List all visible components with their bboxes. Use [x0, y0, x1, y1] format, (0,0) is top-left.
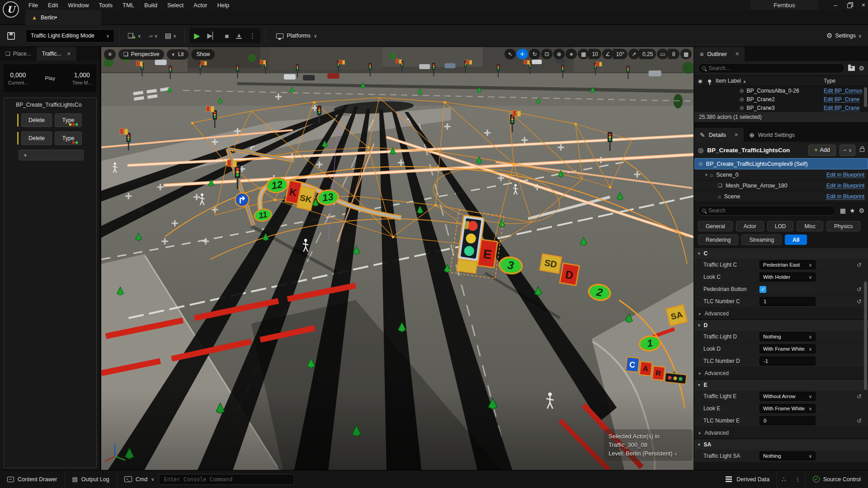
add-actor-button[interactable]: ❏+∨ — [127, 31, 141, 41]
grid-snap-toggle[interactable]: ▦ — [578, 49, 589, 59]
scale-tool[interactable]: ⊡ — [541, 49, 552, 59]
menu-item-help[interactable]: Help — [212, 0, 234, 10]
rotation-snap-toggle[interactable]: ∠ — [602, 49, 613, 59]
add-entry-button[interactable]: + — [19, 150, 84, 160]
close-icon[interactable]: ✕ — [66, 51, 71, 57]
type-button[interactable]: Type — [55, 131, 82, 145]
tlc-number-d-input[interactable]: -1 — [760, 357, 816, 366]
filter-rendering[interactable]: Rendering — [698, 235, 738, 245]
component-row-scene0[interactable]: ▾ ⌂ Scene_0 Edit in Blueprint — [694, 169, 868, 180]
blueprint-options-dropdown[interactable]: ∙▫∨ — [840, 145, 855, 156]
type-button[interactable]: Type — [55, 113, 82, 127]
reset-to-default-icon[interactable]: ↺ — [857, 262, 862, 268]
blueprints-button[interactable]: ∙▫∨ — [148, 32, 158, 40]
current-time-value[interactable]: 0,000 — [8, 71, 28, 79]
edit-bp-link[interactable]: Edit BP_Cornus — [824, 88, 862, 94]
delete-button[interactable]: Delete — [21, 113, 52, 127]
visibility-eye-icon[interactable]: ◉ — [694, 78, 706, 84]
lock-icon[interactable] — [860, 148, 864, 152]
grid-snap-value[interactable]: 10 — [589, 49, 601, 59]
advanced-expander[interactable]: ▸Advanced — [694, 367, 868, 379]
reset-to-default-icon[interactable]: ↺ — [857, 418, 862, 424]
menu-item-select[interactable]: Select — [162, 0, 189, 10]
section-header-c[interactable]: ▾C — [694, 248, 868, 259]
filter-physics[interactable]: Physics — [826, 221, 860, 231]
outliner-scrollbar[interactable] — [864, 87, 867, 107]
add-component-button[interactable]: + Add — [808, 145, 836, 156]
camera-speed-icon[interactable]: ▭ — [657, 49, 668, 59]
status-kebab-menu[interactable]: ⋮ — [790, 470, 805, 488]
tab-berlin-level[interactable]: ▲ Berlin• — [25, 10, 101, 25]
level-indicator[interactable]: Level: Berlin (Persistent) ∨ — [609, 449, 688, 458]
pin-icon[interactable] — [708, 80, 711, 83]
filter-general[interactable]: General — [698, 221, 733, 231]
select-tool[interactable]: ↖ — [505, 49, 516, 59]
tab-place-actors[interactable]: ❏ Place... — [0, 47, 37, 61]
eject-button[interactable]: ▲ — [236, 33, 242, 39]
filter-streaming[interactable]: Streaming — [741, 235, 782, 245]
outliner-row[interactable]: ◎ BP_Crane3 Edit BP_Crane — [694, 103, 868, 112]
play-options-kebab-icon[interactable]: ⋮ — [249, 32, 256, 40]
play-button[interactable]: ▶ — [194, 31, 200, 41]
section-header-sa[interactable]: ▾SA — [694, 439, 868, 450]
scale-snap-toggle[interactable]: ↗ — [628, 49, 640, 59]
reset-to-default-icon[interactable]: ↺ — [857, 393, 862, 400]
new-folder-icon[interactable] — [848, 66, 855, 71]
col-item-label[interactable]: Item Label ▲ — [716, 78, 746, 84]
component-row-self[interactable]: ◎ BP_Create_TrafficLightsComplex9 (Self) — [694, 158, 868, 169]
menu-item-actor[interactable]: Actor — [189, 0, 212, 10]
restore-button[interactable] — [847, 4, 852, 8]
filter-actor[interactable]: Actor — [736, 221, 764, 231]
advanced-expander[interactable]: ▸Advanced — [694, 427, 868, 439]
time-multiplier-value[interactable]: 1,000 — [72, 71, 92, 79]
surface-snap-toggle[interactable]: ∗ — [566, 49, 577, 59]
pedestrian-button-checkbox[interactable]: ✓ — [760, 286, 766, 293]
traffic-light-c-dropdown[interactable]: Pedestrian East∨ — [760, 260, 816, 269]
tab-traffic[interactable]: Traffic... ✕ — [37, 47, 76, 61]
close-icon[interactable]: ✕ — [735, 51, 739, 57]
outliner-settings-gear-icon[interactable]: ⚙ — [859, 65, 864, 72]
platforms-dropdown[interactable]: Platforms ∨ — [276, 33, 317, 39]
derived-data-button[interactable]: Derived Data — [717, 470, 777, 488]
edit-in-blueprint-link[interactable]: Edit in Blueprint — [826, 193, 864, 200]
traffic-light-d-dropdown[interactable]: Nothing∨ — [760, 332, 816, 341]
reset-to-default-icon[interactable]: ↺ — [857, 286, 862, 293]
output-log-button[interactable]: ▤ Output Log — [65, 470, 117, 488]
maximize-viewport-icon[interactable]: ▦ — [680, 49, 692, 59]
favorites-star-icon[interactable]: ★ — [849, 207, 855, 214]
edit-bp-link[interactable]: Edit BP_Crane — [824, 105, 859, 111]
world-local-toggle[interactable]: ⊕ — [553, 49, 565, 59]
close-icon[interactable]: ✕ — [734, 132, 738, 138]
insights-button[interactable]: ∴ — [777, 470, 790, 488]
component-row-scene[interactable]: ⌂ Scene Edit in Blueprint — [694, 191, 868, 202]
tab-details[interactable]: ✎ Details ✕ — [694, 128, 744, 142]
show-dropdown[interactable]: Show — [191, 49, 215, 60]
editor-mode-dropdown[interactable]: Traffic Light Editing Mode ∨ — [26, 29, 114, 42]
expander-icon[interactable]: ▾ — [705, 173, 708, 177]
col-type[interactable]: Type — [824, 78, 868, 84]
frame-skip-button[interactable]: ▶▏ — [207, 32, 217, 40]
details-search-input[interactable] — [698, 206, 836, 216]
cmd-dropdown[interactable]: >_ Cmd ∨ — [117, 470, 156, 488]
traffic-light-e-dropdown[interactable]: Without Arrow∨ — [760, 392, 816, 401]
content-drawer-button[interactable]: Content Drawer — [0, 470, 65, 488]
menu-item-build[interactable]: Build — [139, 0, 162, 10]
outliner-row[interactable]: ◎ BP_Crane2 Edit BP_Crane — [694, 95, 868, 103]
camera-speed-value[interactable]: 8 — [668, 49, 679, 59]
stop-button[interactable]: ■ — [225, 32, 229, 40]
edit-in-blueprint-link[interactable]: Edit in Blueprint — [826, 172, 864, 178]
reset-to-default-icon[interactable]: ↺ — [857, 298, 862, 305]
section-header-d[interactable]: ▾D — [694, 319, 868, 331]
outliner-row[interactable]: ◎ BP_CornusAlba_0-26 Edit BP_Cornus — [694, 86, 868, 95]
cinematics-button[interactable]: ▤∨ — [165, 32, 177, 40]
look-d-dropdown[interactable]: With Frame White∨ — [760, 344, 816, 353]
details-settings-gear-icon[interactable]: ⚙ — [859, 207, 864, 214]
tlc-number-c-input[interactable]: 1 — [760, 297, 816, 306]
component-row-mesh[interactable]: ❏ Mesh_Plane_Arrow_180 Edit in Blueprint — [694, 180, 868, 191]
display-grid-icon[interactable]: ▦ — [840, 207, 846, 214]
scale-snap-value[interactable]: 0,25 — [639, 49, 656, 59]
edit-in-blueprint-link[interactable]: Edit in Blueprint — [826, 183, 864, 189]
tlc-number-e-input[interactable]: 0 — [760, 416, 816, 425]
look-e-dropdown[interactable]: With Frame White∨ — [760, 404, 816, 413]
console-command-input[interactable] — [159, 474, 294, 485]
